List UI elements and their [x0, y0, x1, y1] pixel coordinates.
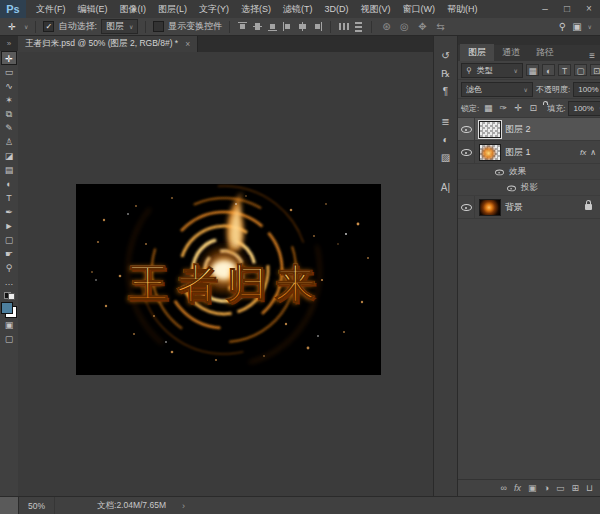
search-icon[interactable]: ⚲: [559, 21, 566, 32]
visibility-eye-icon[interactable]: [461, 147, 472, 157]
auto-select-checkbox[interactable]: ✓: [43, 21, 54, 32]
hand-tool[interactable]: ☛: [1, 247, 17, 261]
magic-wand-tool[interactable]: ✶: [1, 93, 17, 107]
move-tool[interactable]: ✛: [1, 51, 17, 65]
more-tools-button[interactable]: …: [1, 275, 17, 289]
blend-mode-dropdown[interactable]: 滤色 ∨: [461, 82, 533, 97]
layer-style-icon[interactable]: fx: [514, 480, 521, 497]
shape-tool[interactable]: ▢: [1, 233, 17, 247]
3d-mode-icon[interactable]: ⊛: [379, 21, 393, 32]
type-tool[interactable]: T: [1, 191, 17, 205]
eye-cell[interactable]: [459, 196, 475, 218]
close-button[interactable]: ×: [578, 0, 600, 18]
minimize-button[interactable]: –: [534, 0, 556, 18]
filter-smart-objects-icon[interactable]: ⊡: [590, 64, 600, 76]
menu-type[interactable]: 文字(Y): [193, 0, 235, 18]
layer2-thumbnail[interactable]: [479, 121, 501, 138]
layer-row-layer1[interactable]: 图层 1 fx ∧: [458, 141, 600, 164]
tab-channels[interactable]: 通道: [494, 44, 528, 61]
distribute-vertical-button[interactable]: [353, 21, 364, 32]
filter-type-dropdown[interactable]: ⚲ 类型 ∨: [461, 63, 523, 78]
link-layers-icon[interactable]: ∞: [501, 480, 507, 497]
filter-shape-layers-icon[interactable]: ▢: [574, 64, 587, 76]
clone-stamp-tool[interactable]: ♙: [1, 135, 17, 149]
menu-layer[interactable]: 图层(L): [152, 0, 193, 18]
auto-select-dropdown[interactable]: 图层 ∨: [101, 19, 138, 34]
layer1-thumbnail[interactable]: [479, 144, 501, 161]
dodge-tool[interactable]: ◐: [1, 177, 17, 191]
visibility-eye-icon[interactable]: [507, 184, 516, 192]
visibility-eye-icon[interactable]: [495, 168, 504, 176]
3d-pan-icon[interactable]: ✥: [415, 21, 429, 32]
gradient-tool[interactable]: ▤: [1, 163, 17, 177]
layer-name[interactable]: 图层 2: [505, 123, 531, 136]
drop-shadow-row[interactable]: 投影: [458, 180, 600, 196]
crop-tool[interactable]: ⧉: [1, 107, 17, 121]
properties-panel-icon[interactable]: ≣: [437, 114, 455, 129]
layer-effects-badge[interactable]: fx ∧: [580, 148, 596, 157]
background-thumbnail[interactable]: [479, 199, 501, 216]
eraser-tool[interactable]: ◪: [1, 149, 17, 163]
menu-view[interactable]: 视图(V): [355, 0, 397, 18]
eyedropper-tool[interactable]: ✎: [1, 121, 17, 135]
workspace-switcher-icon[interactable]: ▣: [572, 21, 581, 32]
collapse-effects-icon[interactable]: ∧: [590, 148, 596, 157]
align-top-button[interactable]: [237, 21, 248, 32]
align-horizontal-center-button[interactable]: [297, 21, 308, 32]
status-options-arrow-icon[interactable]: ›: [182, 501, 185, 511]
marquee-tool[interactable]: ▭: [1, 65, 17, 79]
layer-name[interactable]: 背景: [505, 201, 523, 214]
lock-pixels-icon[interactable]: ✑: [497, 103, 509, 113]
lock-transparency-icon[interactable]: ▦: [482, 103, 494, 113]
default-colors-icon[interactable]: [4, 292, 15, 300]
character-panel-icon[interactable]: A|: [437, 180, 455, 195]
menu-3d[interactable]: 3D(D): [319, 0, 355, 18]
glyphs-panel-icon[interactable]: ℞: [437, 66, 455, 81]
layer-row-background[interactable]: 背景: [458, 196, 600, 219]
filter-type-layers-icon[interactable]: T: [558, 64, 571, 76]
toolbox-collapse-button[interactable]: »: [0, 36, 18, 51]
visibility-eye-icon[interactable]: [461, 124, 472, 134]
layer-name[interactable]: 图层 1: [505, 146, 531, 159]
align-bottom-button[interactable]: [267, 21, 278, 32]
pen-tool[interactable]: ✒: [1, 205, 17, 219]
visibility-eye-icon[interactable]: [461, 202, 472, 212]
styles-panel-icon[interactable]: ▨: [437, 150, 455, 165]
fx-icon[interactable]: fx: [580, 148, 586, 157]
path-select-tool[interactable]: ►: [1, 219, 17, 233]
adjustments-panel-icon[interactable]: ◐: [437, 132, 455, 147]
menu-image[interactable]: 图像(I): [114, 0, 153, 18]
zoom-tool[interactable]: ⚲: [1, 261, 17, 275]
canvas-area[interactable]: 王者归来 王者归来 王者归来: [18, 52, 433, 497]
quick-mask-button[interactable]: ▣: [1, 318, 17, 332]
document-tab[interactable]: 王者归来.psd @ 50% (图层 2, RGB/8#) * ×: [18, 36, 198, 52]
document-close-icon[interactable]: ×: [185, 39, 190, 49]
eye-cell[interactable]: [459, 141, 475, 163]
maximize-button[interactable]: □: [556, 0, 578, 18]
panel-menu-icon[interactable]: ≡: [589, 50, 595, 61]
paragraph-panel-icon[interactable]: ¶: [437, 84, 455, 99]
effects-row[interactable]: 效果: [458, 164, 600, 180]
new-layer-icon[interactable]: ⊞: [571, 480, 579, 497]
adjustment-layer-icon[interactable]: ◑: [543, 480, 548, 497]
zoom-level-field[interactable]: 50%: [19, 497, 55, 514]
fill-dropdown[interactable]: 100% ∨: [568, 101, 600, 116]
screen-mode-button[interactable]: ▢: [1, 332, 17, 346]
menu-help[interactable]: 帮助(H): [441, 0, 484, 18]
menu-file[interactable]: 文件(F): [30, 0, 72, 18]
new-group-icon[interactable]: ▭: [556, 480, 565, 497]
opacity-dropdown[interactable]: 100% ∨: [573, 82, 600, 97]
foreground-color-swatch[interactable]: [1, 302, 13, 314]
lasso-tool[interactable]: ∿: [1, 79, 17, 93]
filter-adjustment-layers-icon[interactable]: ◐: [542, 64, 555, 76]
tab-layers[interactable]: 图层: [460, 44, 494, 61]
eye-cell[interactable]: [459, 118, 475, 140]
filter-pixel-layers-icon[interactable]: ▦: [526, 64, 539, 76]
align-left-button[interactable]: [282, 21, 293, 32]
delete-layer-icon[interactable]: ⊔: [586, 480, 593, 497]
lock-position-icon[interactable]: ✛: [512, 103, 524, 113]
layer-row-layer2[interactable]: 图层 2: [458, 118, 600, 141]
3d-orbit-icon[interactable]: ◎: [397, 21, 411, 32]
lock-artboard-icon[interactable]: ⊡: [527, 103, 539, 113]
distribute-horizontal-button[interactable]: [338, 21, 349, 32]
